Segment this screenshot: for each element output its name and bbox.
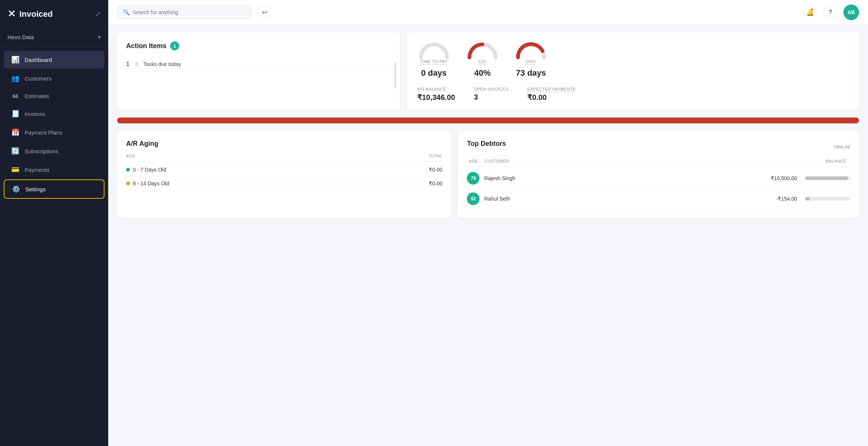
ar-row-1: 8 - 14 Days Old ₹0.00 xyxy=(126,177,442,191)
progress-section xyxy=(117,117,859,123)
cei-value: 40% xyxy=(474,68,491,78)
cei-label: CEI xyxy=(479,59,486,64)
settings-icon: ⚙️ xyxy=(12,185,20,193)
sidebar-item-dashboard[interactable]: 📊 Dashboard xyxy=(4,51,104,69)
ar-aging-card: A/R Aging AGE TOTAL 0 - 7 Days Old ₹0.00… xyxy=(117,131,451,218)
debtor-age-header: AGE xyxy=(467,159,480,163)
age-column-header: AGE xyxy=(126,154,316,158)
customers-icon: 👥 xyxy=(11,74,19,82)
sidebar-item-label: Dashboard xyxy=(25,57,52,63)
cei-svg xyxy=(466,41,499,59)
back-button[interactable]: ↩ xyxy=(257,5,272,19)
sidebar-item-label: Payments xyxy=(25,167,50,173)
expected-payments-metric: EXPECTED PAYMENTS ₹0.00 xyxy=(527,87,576,102)
age-label-0: 0 - 7 Days Old xyxy=(133,167,166,173)
nav-list: 📊 Dashboard 👥 Customers 66 Estimates 🧾 I… xyxy=(0,46,108,446)
collapse-icon[interactable]: ⤢ xyxy=(95,10,101,18)
ar-aging-title: A/R Aging xyxy=(126,140,442,148)
action-label: Tasks due today xyxy=(143,61,181,67)
metrics-row: A/R BALANCE ₹10,346.00 OPEN INVOICES 3 E… xyxy=(417,87,849,102)
org-name: Hevo Data xyxy=(7,34,34,40)
bottom-row: A/R Aging AGE TOTAL 0 - 7 Days Old ₹0.00… xyxy=(117,131,859,218)
age-1: 8 - 14 Days Old xyxy=(126,180,316,186)
age-0: 0 - 7 Days Old xyxy=(126,167,316,173)
sidebar-item-label: Subscriptions xyxy=(25,148,58,154)
open-invoices-label: OPEN INVOICES xyxy=(474,87,509,91)
subscriptions-icon: 🔄 xyxy=(11,147,19,155)
view-all-button[interactable]: View All xyxy=(833,144,850,150)
ar-row-0: 0 - 7 Days Old ₹0.00 xyxy=(126,163,442,177)
sidebar-logo: ✕ Invoiced ⤢ xyxy=(0,0,108,28)
total-0: ₹0.00 xyxy=(316,167,442,173)
sidebar-item-label: Estimates xyxy=(25,93,49,99)
sidebar-item-label: Invoices xyxy=(25,111,45,117)
app-name: Invoiced xyxy=(19,9,53,19)
dso-label: DSO xyxy=(526,59,536,64)
header: 🔍 ↩ 🔔 ? AB xyxy=(108,0,868,25)
dso-value: 73 days xyxy=(516,68,546,78)
total-1: ₹0.00 xyxy=(316,180,442,186)
dot-0 xyxy=(126,168,130,172)
debtor-row-1: 82 Rahul Seth -₹154.00 xyxy=(467,189,850,209)
search-icon: 🔍 xyxy=(123,9,130,16)
sidebar-item-settings[interactable]: ⚙️ Settings xyxy=(4,179,104,199)
dso-gauge: DSO 73 days xyxy=(514,41,548,78)
age-label-1: 8 - 14 Days Old xyxy=(133,180,169,186)
sidebar-item-payment-plans[interactable]: 📅 Payment Plans xyxy=(4,123,104,141)
sidebar-item-payments[interactable]: 💳 Payments xyxy=(4,161,104,179)
payment-plans-icon: 📅 xyxy=(11,128,19,136)
sidebar-item-invoices[interactable]: 🧾 Invoices xyxy=(4,105,104,123)
dot-1 xyxy=(126,182,130,185)
dso-svg xyxy=(514,41,548,59)
help-button[interactable]: ? xyxy=(823,5,837,19)
search-input[interactable] xyxy=(133,9,246,15)
ar-aging-table-header: AGE TOTAL xyxy=(126,154,442,161)
balance-bar-0 xyxy=(805,176,848,180)
action-row: 1 ≡ Tasks due today xyxy=(126,57,391,72)
top-debtors-title: Top Debtors xyxy=(467,140,506,148)
sidebar-item-customers[interactable]: 👥 Customers xyxy=(4,69,104,87)
debtor-avatar-1: 82 xyxy=(467,192,480,205)
search-bar[interactable]: 🔍 xyxy=(117,6,252,19)
sidebar-item-estimates[interactable]: 66 Estimates xyxy=(4,88,104,104)
total-column-header: TOTAL xyxy=(316,154,442,158)
sidebar: ✕ Invoiced ⤢ Hevo Data ▾ 📊 Dashboard 👥 C… xyxy=(0,0,108,446)
content-area: Action Items 1 1 ≡ Tasks due today xyxy=(108,25,868,446)
sidebar-item-subscriptions[interactable]: 🔄 Subscriptions xyxy=(4,142,104,160)
debtors-header: Top Debtors View All xyxy=(467,140,850,154)
tasks-icon: ≡ xyxy=(135,61,138,67)
time-to-pay-gauge: TIME TO PAY 0 days xyxy=(417,41,451,78)
sidebar-item-label: Settings xyxy=(25,186,46,192)
expected-payments-label: EXPECTED PAYMENTS xyxy=(527,87,576,91)
logo-icon: ✕ xyxy=(7,8,16,20)
avatar[interactable]: AB xyxy=(843,4,859,20)
debtor-row-0: 79 Rajesh Singh ₹10,500.00 xyxy=(467,168,850,189)
open-invoices-value: 3 xyxy=(474,93,509,101)
notifications-button[interactable]: 🔔 xyxy=(803,5,817,19)
payments-icon: 💳 xyxy=(11,166,19,174)
balance-bar-container-0 xyxy=(805,176,850,180)
action-items-badge: 1 xyxy=(170,41,179,50)
action-number: 1 xyxy=(126,61,129,67)
debtor-balance-1: -₹154.00 xyxy=(776,196,797,202)
dashboard-icon: 📊 xyxy=(11,56,19,64)
debtor-avatar-0: 79 xyxy=(467,172,480,185)
expected-payments-value: ₹0.00 xyxy=(527,93,576,102)
sidebar-item-label: Customers xyxy=(25,75,52,82)
gauges-row: TIME TO PAY 0 days CEI 40% xyxy=(417,41,849,78)
org-switcher[interactable]: Hevo Data ▾ xyxy=(0,28,108,46)
metrics-card: TIME TO PAY 0 days CEI 40% xyxy=(407,32,859,110)
scroll-indicator xyxy=(394,62,396,88)
cei-gauge: CEI 40% xyxy=(466,41,499,78)
top-debtors-card: Top Debtors View All AGE CUSTOMER BALANC… xyxy=(458,131,859,218)
action-items-card: Action Items 1 1 ≡ Tasks due today xyxy=(117,32,400,110)
invoices-icon: 🧾 xyxy=(11,110,19,118)
time-to-pay-label: TIME TO PAY xyxy=(420,59,447,64)
debtor-name-1: Rahul Seth xyxy=(484,196,771,202)
progress-bar xyxy=(117,117,859,123)
debtor-balance-header: BALANCE xyxy=(826,159,846,163)
balance-bar-1 xyxy=(805,197,810,201)
debtor-customer-header: CUSTOMER xyxy=(484,159,821,163)
time-to-pay-svg xyxy=(417,41,451,59)
ar-balance-label: A/R BALANCE xyxy=(417,87,455,91)
